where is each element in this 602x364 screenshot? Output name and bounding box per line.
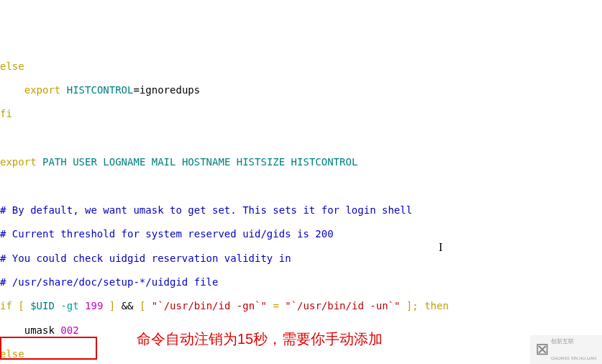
code-line: else — [0, 60, 602, 73]
logo-icon: ☒ — [536, 344, 549, 356]
code-line: fi — [0, 108, 602, 120]
annotation-text: 命令自动注销为15秒，需要你手动添加 — [137, 333, 383, 345]
code-line: # You could check uidgid reservation val… — [0, 252, 602, 265]
text-cursor-icon: I — [439, 242, 442, 254]
watermark-tag: CHUANG XIN HU LIAN — [551, 356, 596, 360]
code-line: export HISTCONTROL=ignoredups — [0, 84, 602, 96]
code-editor-area[interactable]: else export HISTCONTROL=ignoredups fi ex… — [0, 48, 602, 364]
watermark-brand: 创新互联 — [551, 339, 596, 345]
code-line: if [ $UID -gt 199 ] && [ "`/usr/bin/id -… — [0, 300, 602, 312]
code-line: else — [0, 348, 602, 360]
code-line: # /usr/share/doc/setup-*/uidgid file — [0, 276, 602, 288]
code-line: # By default, we want umask to get set. … — [0, 204, 602, 217]
code-line: export PATH USER LOGNAME MAIL HOSTNAME H… — [0, 156, 602, 168]
watermark-logo: ☒ 创新互联 CHUANG XIN HU LIAN — [530, 335, 602, 364]
code-line — [0, 180, 602, 192]
code-line — [0, 132, 602, 145]
code-line: # Current threshold for system reserved … — [0, 228, 602, 240]
